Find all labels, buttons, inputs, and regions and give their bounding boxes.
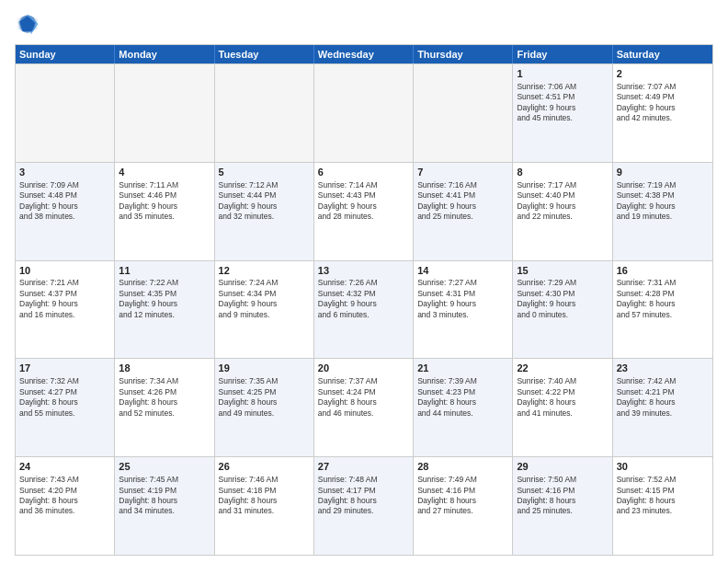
day-number: 28 [417, 460, 508, 474]
day-number: 20 [318, 362, 409, 375]
calendar-body: 1Sunrise: 7:06 AMSunset: 4:51 PMDaylight… [16, 63, 712, 555]
day-cell-3: 3Sunrise: 7:09 AMSunset: 4:48 PMDaylight… [16, 163, 115, 260]
day-number: 9 [617, 166, 709, 179]
day-number: 19 [219, 362, 310, 375]
day-info: Sunrise: 7:11 AMSunset: 4:46 PMDaylight:… [119, 180, 210, 223]
day-number: 13 [318, 264, 409, 278]
day-number: 16 [617, 264, 709, 278]
calendar-row-4: 17Sunrise: 7:32 AMSunset: 4:27 PMDayligh… [16, 358, 712, 456]
day-cell-12: 12Sunrise: 7:24 AMSunset: 4:34 PMDayligh… [215, 261, 314, 359]
empty-cell [115, 64, 214, 162]
logo-icon [15, 11, 40, 37]
day-number: 18 [119, 362, 210, 375]
day-cell-2: 2Sunrise: 7:07 AMSunset: 4:49 PMDaylight… [613, 64, 712, 162]
day-info: Sunrise: 7:40 AMSunset: 4:22 PMDaylight:… [517, 376, 608, 419]
day-cell-16: 16Sunrise: 7:31 AMSunset: 4:28 PMDayligh… [613, 261, 712, 359]
day-info: Sunrise: 7:34 AMSunset: 4:26 PMDaylight:… [119, 376, 210, 419]
day-info: Sunrise: 7:24 AMSunset: 4:34 PMDaylight:… [219, 278, 310, 320]
day-number: 24 [19, 460, 110, 474]
day-number: 4 [119, 166, 210, 179]
day-number: 30 [617, 460, 709, 474]
header-day-saturday: Saturday [613, 45, 712, 63]
calendar-row-5: 24Sunrise: 7:43 AMSunset: 4:20 PMDayligh… [16, 456, 712, 555]
day-cell-25: 25Sunrise: 7:45 AMSunset: 4:19 PMDayligh… [115, 457, 214, 555]
day-info: Sunrise: 7:07 AMSunset: 4:49 PMDaylight:… [617, 82, 709, 124]
day-number: 8 [517, 166, 608, 179]
day-number: 14 [417, 264, 508, 278]
day-cell-29: 29Sunrise: 7:50 AMSunset: 4:16 PMDayligh… [513, 457, 612, 555]
calendar-row-1: 1Sunrise: 7:06 AMSunset: 4:51 PMDaylight… [16, 63, 712, 162]
day-number: 27 [318, 460, 409, 474]
day-info: Sunrise: 7:12 AMSunset: 4:44 PMDaylight:… [219, 180, 310, 223]
day-number: 15 [517, 264, 608, 278]
day-info: Sunrise: 7:42 AMSunset: 4:21 PMDaylight:… [617, 376, 709, 419]
day-cell-14: 14Sunrise: 7:27 AMSunset: 4:31 PMDayligh… [414, 261, 513, 359]
day-cell-8: 8Sunrise: 7:17 AMSunset: 4:40 PMDaylight… [513, 163, 612, 260]
day-cell-7: 7Sunrise: 7:16 AMSunset: 4:41 PMDaylight… [414, 163, 513, 260]
day-cell-22: 22Sunrise: 7:40 AMSunset: 4:22 PMDayligh… [513, 359, 612, 456]
day-info: Sunrise: 7:06 AMSunset: 4:51 PMDaylight:… [517, 82, 608, 124]
day-info: Sunrise: 7:32 AMSunset: 4:27 PMDaylight:… [19, 376, 110, 419]
day-info: Sunrise: 7:31 AMSunset: 4:28 PMDaylight:… [617, 278, 709, 320]
day-info: Sunrise: 7:27 AMSunset: 4:31 PMDaylight:… [417, 278, 508, 320]
day-number: 22 [517, 362, 608, 375]
day-info: Sunrise: 7:19 AMSunset: 4:38 PMDaylight:… [617, 180, 709, 223]
day-info: Sunrise: 7:39 AMSunset: 4:23 PMDaylight:… [417, 376, 508, 419]
page: SundayMondayTuesdayWednesdayThursdayFrid… [0, 0, 728, 563]
day-cell-5: 5Sunrise: 7:12 AMSunset: 4:44 PMDaylight… [215, 163, 314, 260]
day-info: Sunrise: 7:45 AMSunset: 4:19 PMDaylight:… [119, 475, 210, 517]
day-cell-24: 24Sunrise: 7:43 AMSunset: 4:20 PMDayligh… [16, 457, 115, 555]
empty-cell [16, 64, 115, 162]
day-cell-26: 26Sunrise: 7:46 AMSunset: 4:18 PMDayligh… [215, 457, 314, 555]
day-number: 11 [119, 264, 210, 278]
header [15, 11, 713, 37]
day-cell-17: 17Sunrise: 7:32 AMSunset: 4:27 PMDayligh… [16, 359, 115, 456]
header-day-friday: Friday [513, 45, 612, 63]
day-cell-30: 30Sunrise: 7:52 AMSunset: 4:15 PMDayligh… [613, 457, 712, 555]
header-day-tuesday: Tuesday [215, 45, 314, 63]
header-day-thursday: Thursday [414, 45, 513, 63]
day-number: 7 [417, 166, 508, 179]
day-info: Sunrise: 7:35 AMSunset: 4:25 PMDaylight:… [219, 376, 310, 419]
day-cell-18: 18Sunrise: 7:34 AMSunset: 4:26 PMDayligh… [115, 359, 214, 456]
day-info: Sunrise: 7:29 AMSunset: 4:30 PMDaylight:… [517, 278, 608, 320]
day-info: Sunrise: 7:50 AMSunset: 4:16 PMDaylight:… [517, 475, 608, 517]
day-cell-11: 11Sunrise: 7:22 AMSunset: 4:35 PMDayligh… [115, 261, 214, 359]
day-cell-15: 15Sunrise: 7:29 AMSunset: 4:30 PMDayligh… [513, 261, 612, 359]
header-day-monday: Monday [115, 45, 214, 63]
day-number: 21 [417, 362, 508, 375]
day-cell-27: 27Sunrise: 7:48 AMSunset: 4:17 PMDayligh… [314, 457, 414, 555]
day-cell-21: 21Sunrise: 7:39 AMSunset: 4:23 PMDayligh… [414, 359, 513, 456]
day-info: Sunrise: 7:09 AMSunset: 4:48 PMDaylight:… [19, 180, 110, 223]
day-cell-20: 20Sunrise: 7:37 AMSunset: 4:24 PMDayligh… [314, 359, 414, 456]
day-info: Sunrise: 7:17 AMSunset: 4:40 PMDaylight:… [517, 180, 608, 223]
header-day-sunday: Sunday [16, 45, 115, 63]
calendar: SundayMondayTuesdayWednesdayThursdayFrid… [15, 44, 713, 556]
day-info: Sunrise: 7:52 AMSunset: 4:15 PMDaylight:… [617, 475, 709, 517]
day-cell-19: 19Sunrise: 7:35 AMSunset: 4:25 PMDayligh… [215, 359, 314, 456]
day-cell-6: 6Sunrise: 7:14 AMSunset: 4:43 PMDaylight… [314, 163, 414, 260]
day-info: Sunrise: 7:48 AMSunset: 4:17 PMDaylight:… [318, 475, 409, 517]
day-cell-1: 1Sunrise: 7:06 AMSunset: 4:51 PMDaylight… [513, 64, 612, 162]
day-info: Sunrise: 7:49 AMSunset: 4:16 PMDaylight:… [417, 475, 508, 517]
day-cell-10: 10Sunrise: 7:21 AMSunset: 4:37 PMDayligh… [16, 261, 115, 359]
logo [15, 11, 44, 37]
day-info: Sunrise: 7:26 AMSunset: 4:32 PMDaylight:… [318, 278, 409, 320]
day-number: 29 [517, 460, 608, 474]
day-number: 6 [318, 166, 409, 179]
day-info: Sunrise: 7:22 AMSunset: 4:35 PMDaylight:… [119, 278, 210, 320]
day-number: 23 [617, 362, 709, 375]
empty-cell [414, 64, 513, 162]
day-info: Sunrise: 7:37 AMSunset: 4:24 PMDaylight:… [318, 376, 409, 419]
calendar-row-2: 3Sunrise: 7:09 AMSunset: 4:48 PMDaylight… [16, 162, 712, 260]
day-info: Sunrise: 7:46 AMSunset: 4:18 PMDaylight:… [219, 475, 310, 517]
day-info: Sunrise: 7:16 AMSunset: 4:41 PMDaylight:… [417, 180, 508, 223]
day-number: 1 [517, 67, 608, 81]
day-cell-9: 9Sunrise: 7:19 AMSunset: 4:38 PMDaylight… [613, 163, 712, 260]
day-cell-28: 28Sunrise: 7:49 AMSunset: 4:16 PMDayligh… [414, 457, 513, 555]
day-number: 10 [19, 264, 110, 278]
day-number: 5 [219, 166, 310, 179]
header-day-wednesday: Wednesday [314, 45, 414, 63]
day-number: 12 [219, 264, 310, 278]
day-cell-13: 13Sunrise: 7:26 AMSunset: 4:32 PMDayligh… [314, 261, 414, 359]
